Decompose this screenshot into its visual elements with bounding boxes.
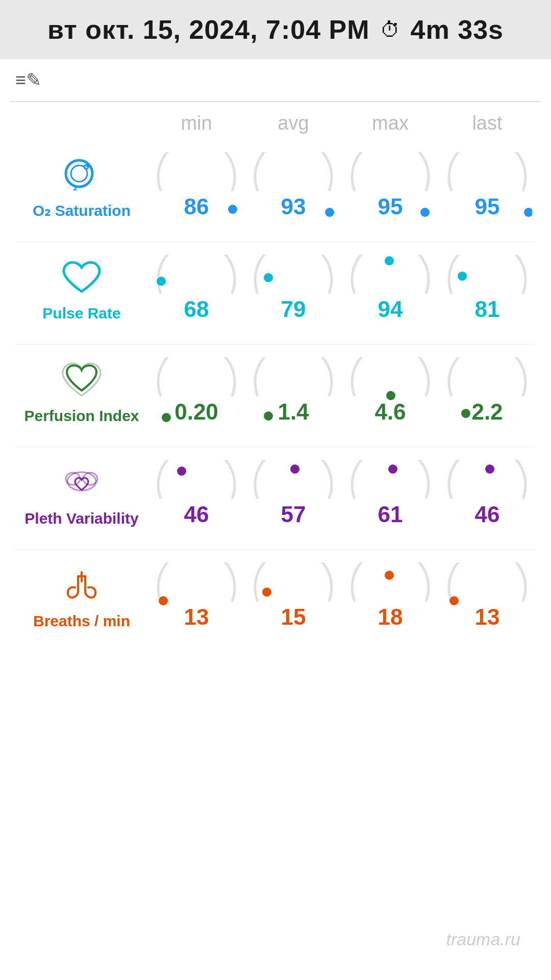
svg-point-5 bbox=[228, 205, 237, 214]
gauge-pulse-1: 79 bbox=[245, 255, 342, 326]
svg-point-23 bbox=[485, 464, 494, 474]
gauge-value-pleth-2: 61 bbox=[378, 502, 403, 527]
svg-point-26 bbox=[159, 596, 168, 605]
pulse-icon bbox=[59, 258, 105, 299]
gauge-o2-3: 95 bbox=[439, 152, 536, 224]
svg-point-9 bbox=[157, 277, 166, 286]
gauge-value-pulse-3: 81 bbox=[475, 297, 500, 322]
gauge-value-pleth-0: 46 bbox=[184, 502, 209, 527]
gauge-value-o2-3: 95 bbox=[475, 194, 500, 219]
breaths-icon bbox=[59, 566, 105, 607]
svg-text:₂: ₂ bbox=[73, 180, 78, 193]
svg-point-20 bbox=[177, 467, 186, 476]
gauge-perfusion-3: 2.2 bbox=[439, 357, 536, 429]
toolbar: ≡✎ bbox=[0, 59, 551, 101]
gauge-value-o2-0: 86 bbox=[184, 194, 209, 219]
svg-point-22 bbox=[388, 464, 397, 474]
perfusion-icon bbox=[59, 361, 105, 402]
gauge-value-perfusion-3: 2.2 bbox=[471, 399, 503, 425]
duration-text: 4m 33s bbox=[411, 14, 504, 45]
gauge-pulse-0: 68 bbox=[148, 255, 245, 326]
gauge-perfusion-2: 4.6 bbox=[342, 357, 439, 429]
gauge-value-perfusion-1: 1.4 bbox=[278, 399, 309, 425]
gauge-pleth-3: 46 bbox=[439, 460, 536, 531]
gauge-breaths-3: 13 bbox=[439, 562, 536, 634]
metric-row-pulse: Pulse Rate 68 79 94 81 bbox=[0, 242, 551, 344]
metric-label-pleth: Pleth Variability bbox=[15, 463, 148, 528]
gauge-breaths-1: 15 bbox=[245, 562, 342, 634]
gauge-perfusion-0: 0.20 bbox=[148, 357, 245, 429]
svg-point-12 bbox=[458, 272, 467, 281]
metric-label-breaths: Breaths / min bbox=[15, 566, 148, 630]
o2-icon: ₂ bbox=[59, 156, 105, 197]
metric-label-perfusion: Perfusion Index bbox=[15, 361, 148, 425]
gauge-value-perfusion-0: 0.20 bbox=[174, 399, 218, 425]
svg-point-29 bbox=[449, 596, 459, 605]
breaths-name: Breaths / min bbox=[33, 612, 130, 630]
gauge-value-pleth-1: 57 bbox=[281, 502, 306, 527]
col-avg: avg bbox=[245, 112, 342, 134]
metric-row-pleth: Pleth Variability 46 57 61 46 bbox=[0, 447, 551, 549]
gauge-value-breaths-2: 18 bbox=[378, 604, 403, 630]
gauge-value-breaths-0: 13 bbox=[184, 604, 209, 630]
gauge-value-breaths-1: 15 bbox=[281, 604, 306, 630]
svg-point-11 bbox=[385, 256, 394, 265]
col-max: max bbox=[342, 112, 439, 134]
gauge-pleth-2: 61 bbox=[342, 460, 439, 531]
gauge-pleth-0: 46 bbox=[148, 460, 245, 531]
svg-point-7 bbox=[420, 208, 430, 217]
metric-row-o2: ₂ O₂ Saturation 86 93 95 95 bbox=[0, 139, 551, 241]
metrics-container: ₂ O₂ Saturation 86 93 95 95 bbox=[0, 139, 551, 652]
gauge-value-o2-2: 95 bbox=[378, 194, 403, 219]
gauge-value-pleth-3: 46 bbox=[475, 502, 500, 527]
edit-icon[interactable]: ≡✎ bbox=[15, 69, 41, 91]
gauge-o2-1: 93 bbox=[245, 152, 342, 224]
pleth-icon bbox=[59, 463, 105, 504]
datetime-text: вт окт. 15, 2024, 7:04 PM bbox=[47, 14, 370, 45]
gauge-value-pulse-1: 79 bbox=[281, 297, 306, 322]
gauge-value-o2-1: 93 bbox=[281, 194, 306, 219]
svg-point-13 bbox=[162, 413, 171, 422]
gauge-breaths-0: 13 bbox=[148, 562, 245, 634]
gauge-value-perfusion-2: 4.6 bbox=[374, 399, 406, 425]
clock-icon: ⏱ bbox=[380, 18, 400, 41]
gauge-value-pulse-2: 94 bbox=[378, 297, 403, 322]
gauge-value-breaths-3: 13 bbox=[475, 604, 500, 630]
svg-point-6 bbox=[325, 208, 334, 217]
metric-row-breaths: Breaths / min 13 15 18 13 bbox=[0, 550, 551, 652]
perfusion-name: Perfusion Index bbox=[24, 407, 139, 425]
col-min: min bbox=[148, 112, 245, 134]
gauge-perfusion-1: 1.4 bbox=[245, 357, 342, 429]
metric-row-perfusion: Perfusion Index 0.20 1.4 4.6 2.2 bbox=[0, 345, 551, 447]
svg-point-10 bbox=[264, 273, 273, 282]
gauge-pleth-1: 57 bbox=[245, 460, 342, 531]
col-last: last bbox=[439, 112, 536, 134]
svg-point-21 bbox=[290, 464, 299, 474]
gauge-o2-0: 86 bbox=[148, 152, 245, 224]
column-headers: min avg max last bbox=[0, 102, 551, 139]
gauge-value-pulse-0: 68 bbox=[184, 297, 209, 322]
watermark: trauma.ru bbox=[446, 929, 521, 949]
o2-name: O₂ Saturation bbox=[33, 202, 131, 220]
metric-label-pulse: Pulse Rate bbox=[15, 258, 148, 323]
header: вт окт. 15, 2024, 7:04 PM ⏱ 4m 33s bbox=[0, 0, 551, 59]
gauge-o2-2: 95 bbox=[342, 152, 439, 224]
gauge-breaths-2: 18 bbox=[342, 562, 439, 634]
svg-point-14 bbox=[264, 411, 273, 421]
svg-point-27 bbox=[262, 587, 271, 597]
svg-point-28 bbox=[385, 571, 394, 580]
pulse-name: Pulse Rate bbox=[42, 304, 120, 323]
pleth-name: Pleth Variability bbox=[24, 509, 138, 528]
gauge-pulse-3: 81 bbox=[439, 255, 536, 326]
gauge-pulse-2: 94 bbox=[342, 255, 439, 326]
svg-point-16 bbox=[461, 409, 470, 418]
metric-label-o2: ₂ O₂ Saturation bbox=[15, 156, 148, 220]
svg-point-8 bbox=[524, 208, 532, 217]
